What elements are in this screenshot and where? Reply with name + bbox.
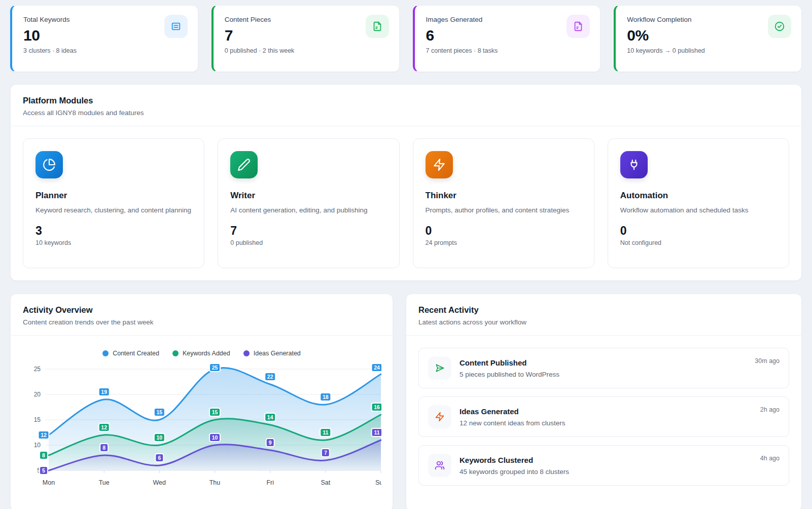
svg-text:6: 6 (158, 455, 161, 461)
svg-text:15: 15 (34, 416, 41, 423)
activity-timestamp: 30m ago (755, 356, 780, 365)
module-card-writer[interactable]: Writer AI content generation, editing, a… (218, 138, 399, 268)
svg-text:12: 12 (41, 432, 47, 438)
stat-label: Content Pieces (225, 16, 388, 23)
svg-text:10: 10 (156, 434, 162, 441)
svg-text:8: 8 (102, 445, 105, 451)
activity-description: 12 new content ideas from clusters (460, 419, 752, 427)
activity-timestamp: 2h ago (760, 405, 780, 413)
svg-text:Tue: Tue (99, 479, 110, 486)
recent-activity-panel: Recent Activity Latest actions across yo… (406, 294, 802, 509)
module-value: 3 (36, 224, 192, 238)
svg-text:8: 8 (42, 452, 45, 458)
module-value: 0 (426, 224, 582, 238)
platform-modules-panel: Platform Modules Access all IGNY8 module… (10, 84, 802, 281)
legend-item-ideas-generated[interactable]: Ideas Generated (243, 350, 301, 357)
svg-text:25: 25 (212, 365, 218, 371)
platform-modules-header: Platform Modules Access all IGNY8 module… (11, 85, 801, 126)
activity-item-keywords-clustered[interactable]: Keywords Clustered 45 keywords grouped i… (418, 445, 789, 486)
stats-row: Total Keywords 10 3 clusters · 8 ideas C… (10, 5, 802, 72)
svg-text:16: 16 (374, 404, 380, 410)
activity-title: Keywords Clustered (460, 456, 752, 464)
module-sub: 0 published (230, 239, 386, 246)
activity-title: Content Published (460, 358, 747, 367)
module-description: Workflow automation and scheduled tasks (620, 205, 776, 216)
svg-text:Thu: Thu (209, 479, 221, 486)
svg-text:11: 11 (374, 429, 379, 435)
module-name: Thinker (426, 191, 582, 201)
panel-subtitle: Content creation trends over the past we… (23, 318, 380, 326)
stat-label: Total Keywords (23, 16, 187, 23)
stat-card-workflow-completion: Workflow Completion 0% 10 keywords → 0 p… (614, 5, 802, 72)
activity-timestamp: 4h ago (760, 454, 780, 462)
activity-line-chart: 510152025MonTueWedThuFriSatSun1219152522… (23, 363, 381, 491)
svg-text:12: 12 (101, 424, 107, 430)
legend-dot (102, 350, 109, 356)
pie-chart-icon (36, 151, 63, 178)
file-text-icon (366, 15, 389, 38)
activity-overview-panel: Activity Overview Content creation trend… (10, 294, 393, 509)
module-description: Prompts, author profiles, and content st… (426, 205, 582, 216)
svg-text:25: 25 (34, 366, 41, 373)
stat-sub: 7 content pieces · 8 tasks (426, 47, 589, 54)
activity-description: 45 keywords grouped into 8 clusters (460, 468, 752, 476)
svg-text:Fri: Fri (266, 479, 274, 486)
module-description: AI content generation, editing, and publ… (230, 205, 386, 216)
module-card-planner[interactable]: Planner Keyword research, clustering, an… (23, 138, 204, 268)
dashboard-page: Total Keywords 10 3 clusters · 8 ideas C… (0, 0, 812, 509)
activity-item-content-published[interactable]: Content Published 5 pieces published to … (418, 348, 789, 388)
stat-sub: 0 published · 2 this week (225, 47, 388, 54)
recent-activity-list: Content Published 5 pieces published to … (406, 336, 801, 498)
chart-legend: Content CreatedKeywords AddedIdeas Gener… (23, 350, 380, 357)
svg-text:15: 15 (156, 409, 162, 415)
stat-value: 10 (23, 27, 187, 44)
svg-text:9: 9 (269, 440, 272, 446)
stat-label: Workflow Completion (627, 16, 790, 23)
activity-overview-header: Activity Overview Content creation trend… (11, 294, 393, 336)
svg-text:Mon: Mon (43, 479, 55, 486)
send-icon (428, 356, 451, 380)
stat-card-images-generated: Images Generated 6 7 content pieces · 8 … (413, 5, 601, 72)
zap-icon (428, 405, 451, 428)
stat-card-content-pieces: Content Pieces 7 0 published · 2 this we… (211, 5, 400, 72)
stat-label: Images Generated (426, 16, 589, 23)
plug-icon (620, 151, 648, 178)
stat-sub: 10 keywords → 0 published (627, 47, 790, 54)
panel-subtitle: Latest actions across your workflow (418, 318, 789, 326)
activity-chart-area: Content CreatedKeywords AddedIdeas Gener… (11, 336, 393, 500)
module-name: Planner (36, 191, 192, 201)
users-icon (428, 454, 451, 477)
panel-title: Activity Overview (23, 305, 380, 315)
list-square-icon (164, 15, 188, 38)
module-name: Writer (230, 191, 386, 201)
module-sub: 10 keywords (36, 239, 192, 246)
pencil-icon (230, 151, 258, 178)
stat-sub: 3 clusters · 8 ideas (23, 47, 187, 54)
svg-text:18: 18 (323, 394, 329, 400)
file-image-icon (567, 15, 590, 38)
stat-value: 0% (627, 27, 790, 44)
modules-grid: Planner Keyword research, clustering, an… (11, 126, 801, 280)
svg-text:19: 19 (101, 389, 107, 395)
module-card-thinker[interactable]: Thinker Prompts, author profiles, and co… (413, 138, 594, 268)
legend-dot (243, 350, 250, 356)
bottom-row: Activity Overview Content creation trend… (10, 294, 802, 509)
svg-text:10: 10 (34, 442, 41, 449)
panel-title: Platform Modules (23, 96, 789, 105)
module-sub: 24 prompts (426, 239, 582, 246)
panel-title: Recent Activity (418, 305, 789, 315)
svg-text:11: 11 (323, 429, 328, 435)
module-card-automation[interactable]: Automation Workflow automation and sched… (608, 138, 789, 268)
legend-item-content-created[interactable]: Content Created (102, 350, 159, 357)
zap-icon (426, 151, 453, 178)
module-sub: Not configured (620, 239, 776, 246)
svg-text:24: 24 (374, 365, 380, 371)
module-value: 0 (620, 224, 776, 238)
svg-text:7: 7 (324, 450, 327, 456)
legend-item-keywords-added[interactable]: Keywords Added (172, 350, 230, 357)
svg-text:Sun: Sun (375, 479, 381, 486)
module-name: Automation (620, 191, 776, 201)
activity-item-ideas-generated[interactable]: Ideas Generated 12 new content ideas fro… (418, 396, 789, 437)
svg-text:10: 10 (212, 434, 218, 441)
activity-title: Ideas Generated (460, 407, 752, 416)
